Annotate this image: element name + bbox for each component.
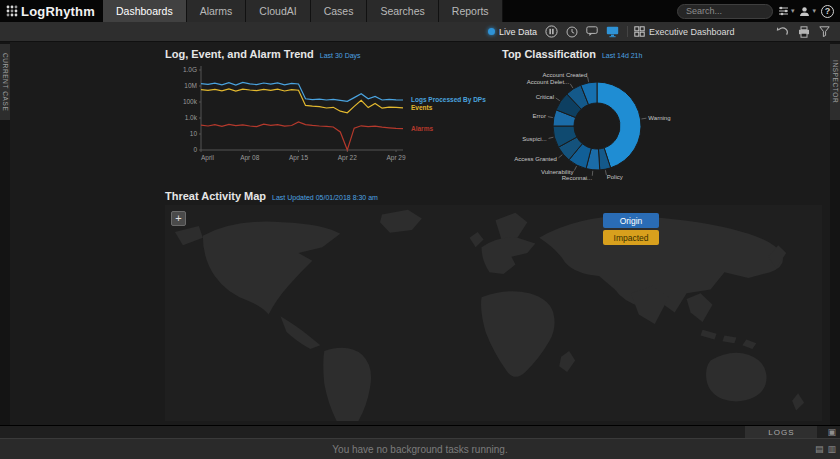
- classification-chart[interactable]: WarningPolicyReconnai...VulnerabilityAcc…: [502, 60, 692, 190]
- notes-button[interactable]: [586, 26, 598, 37]
- map-legend: Origin Impacted: [603, 213, 659, 245]
- map-zoom-in-button[interactable]: +: [171, 211, 186, 226]
- svg-text:Apr 29: Apr 29: [386, 154, 406, 162]
- topbar-spacer: [503, 0, 677, 22]
- expand-panel-icon[interactable]: ▣: [827, 428, 836, 437]
- dashboard-toolbar: Live Data: [0, 22, 840, 42]
- live-data-indicator: Live Data: [488, 27, 537, 37]
- tab-searches[interactable]: Searches: [367, 0, 438, 22]
- clock-icon: [566, 26, 578, 38]
- svg-text:Events: Events: [411, 104, 433, 111]
- svg-text:100k: 100k: [183, 98, 198, 105]
- chevron-down-icon: ▾: [812, 7, 816, 15]
- svg-text:Critical: Critical: [536, 94, 554, 100]
- classification-widget-range: Last 14d 21h: [602, 52, 642, 59]
- display-mode-button[interactable]: [606, 26, 619, 38]
- svg-text:Policy: Policy: [607, 174, 623, 180]
- inspector-panel-tab[interactable]: INSPECTOR: [830, 44, 840, 120]
- svg-text:Apr 08: Apr 08: [240, 154, 260, 162]
- svg-text:Apr 22: Apr 22: [338, 154, 358, 162]
- svg-text:Access Granted: Access Granted: [514, 156, 557, 162]
- svg-text:10M: 10M: [184, 82, 197, 89]
- svg-text:April: April: [201, 154, 215, 162]
- svg-text:1.0k: 1.0k: [185, 114, 198, 121]
- tab-dashboards[interactable]: Dashboards: [103, 0, 187, 22]
- tab-cloudai[interactable]: CloudAI: [246, 0, 310, 22]
- trend-widget-range: Last 30 Days: [320, 52, 361, 59]
- threat-map-range: Last Updated 05/01/2018 8:30 am: [272, 194, 378, 201]
- logrhythm-dots-icon: [6, 5, 18, 17]
- chat-icon: [586, 26, 598, 37]
- right-rail: INSPECTOR: [830, 42, 840, 425]
- top-bar: LogRhythm Dashboards Alarms CloudAI Case…: [0, 0, 840, 22]
- dashboard-selector-label: Executive Dashboard: [649, 27, 735, 37]
- legend-origin-button[interactable]: Origin: [603, 213, 659, 228]
- layout-panel-icon[interactable]: ▥: [827, 445, 836, 454]
- svg-text:Account Delet...: Account Delet...: [527, 79, 570, 85]
- tab-alarms[interactable]: Alarms: [187, 0, 247, 22]
- status-bar: You have no background tasks running. ▤ …: [0, 438, 840, 459]
- toolbar-center-group: Live Data: [488, 25, 735, 38]
- svg-text:1.0G: 1.0G: [183, 66, 197, 73]
- user-icon: [799, 6, 810, 17]
- logs-tab[interactable]: LOGS: [745, 426, 817, 438]
- svg-text:Account Created: Account Created: [543, 72, 588, 78]
- left-rail: CURRENT CASE: [0, 42, 10, 425]
- trend-widget: Log, Event, and Alarm Trend Last 30 Days…: [165, 48, 500, 176]
- logs-bar: LOGS ▣: [0, 425, 840, 438]
- threat-map-title: Threat Activity Map: [165, 190, 266, 202]
- legend-impacted-button[interactable]: Impacted: [603, 230, 659, 245]
- threat-map-area[interactable]: + Origin Impacted: [165, 205, 822, 421]
- main-area: CURRENT CASE INSPECTOR Log, Event, and A…: [0, 42, 840, 425]
- undo-button[interactable]: [776, 26, 789, 37]
- svg-text:Apr 15: Apr 15: [289, 154, 309, 162]
- tasks-panel-icon[interactable]: ▤: [815, 445, 824, 454]
- svg-text:0: 0: [193, 146, 197, 153]
- dashboard-selector[interactable]: Executive Dashboard: [627, 26, 735, 37]
- tab-cases[interactable]: Cases: [311, 0, 368, 22]
- status-bar-icons: ▤ ▥: [815, 445, 836, 454]
- print-button[interactable]: [798, 26, 810, 38]
- app-title: LogRhythm: [21, 4, 95, 19]
- search-input[interactable]: [677, 4, 773, 19]
- svg-text:Suspici...: Suspici...: [522, 136, 547, 142]
- pause-icon: [545, 25, 558, 38]
- svg-text:Warning: Warning: [648, 115, 670, 121]
- app-logo: LogRhythm: [0, 0, 103, 22]
- time-range-button[interactable]: [566, 26, 578, 38]
- undo-icon: [776, 26, 789, 37]
- classification-widget: Top Classification Last 14d 21h WarningP…: [502, 48, 692, 194]
- current-case-panel-tab[interactable]: CURRENT CASE: [0, 44, 10, 120]
- filter-menu-button[interactable]: ▾: [778, 6, 795, 16]
- filter-funnel-icon: [819, 26, 830, 37]
- trend-widget-title: Log, Event, and Alarm Trend: [165, 48, 314, 60]
- grid-icon: [634, 26, 645, 37]
- threat-map-widget: Threat Activity Map Last Updated 05/01/2…: [165, 190, 822, 421]
- classification-widget-title: Top Classification: [502, 48, 596, 60]
- svg-text:Logs Processed By DPs: Logs Processed By DPs: [411, 96, 486, 104]
- world-map[interactable]: [165, 205, 822, 421]
- help-button[interactable]: ?: [821, 5, 834, 18]
- topbar-right-controls: ▾ ▾ ?: [677, 0, 840, 22]
- status-message: You have no background tasks running.: [332, 444, 507, 455]
- svg-text:Alarms: Alarms: [411, 125, 433, 132]
- pause-button[interactable]: [545, 25, 558, 38]
- dashboard-content: Log, Event, and Alarm Trend Last 30 Days…: [10, 42, 830, 425]
- svg-text:10: 10: [190, 130, 198, 137]
- svg-text:Error: Error: [533, 113, 546, 119]
- svg-text:Reconnai...: Reconnai...: [562, 175, 593, 181]
- live-dot-icon: [488, 28, 495, 35]
- main-nav-tabs: Dashboards Alarms CloudAI Cases Searches…: [103, 0, 503, 22]
- sliders-icon: [778, 6, 789, 16]
- user-menu-button[interactable]: ▾: [799, 6, 816, 17]
- tab-reports[interactable]: Reports: [439, 0, 503, 22]
- filter-button[interactable]: [819, 26, 830, 37]
- live-data-label: Live Data: [499, 27, 537, 37]
- svg-text:Vulnerability: Vulnerability: [541, 169, 573, 175]
- monitor-icon: [606, 26, 619, 38]
- chevron-down-icon: ▾: [791, 7, 795, 15]
- print-icon: [798, 26, 810, 38]
- trend-chart[interactable]: 1.0G10M100k1.0k100AprilApr 08Apr 15Apr 2…: [165, 60, 495, 172]
- toolbar-right-group: [776, 26, 840, 38]
